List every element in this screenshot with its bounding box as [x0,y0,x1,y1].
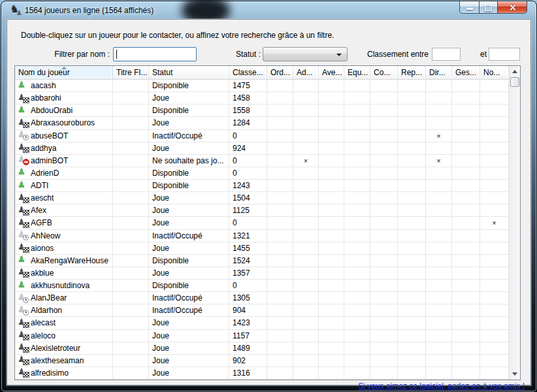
player-ges-mark-cell [452,367,480,379]
statut-dropdown[interactable] [263,47,348,61]
player-dir-mark-cell [426,330,452,342]
column-header-label: Ord... [270,68,290,77]
player-ave-mark-cell [319,355,344,367]
table-header: Nom du joueurTitre FI...StatutClasse...O… [15,66,509,80]
player-presence-icon-playing [17,318,27,328]
player-statut-cell: Inactif/Occupé [149,130,229,142]
player-row[interactable]: ADTIDisponible1243 [15,180,509,192]
player-statut-cell: Joue [149,355,229,367]
close-button[interactable] [498,1,527,14]
vertical-scrollbar[interactable] [509,66,520,380]
player-row[interactable]: AbdouOrabiDisponible1558 [15,105,509,117]
player-dir-mark-cell [426,117,452,129]
player-row[interactable]: AbraxasouroburosJoue1284 [15,117,509,129]
player-no-mark-cell [480,267,509,279]
player-ave-mark-cell [319,142,344,154]
player-row[interactable]: alecastJoue1423 [15,317,509,329]
player-row[interactable]: akblueJoue1357 [15,267,509,280]
player-equ-mark-cell [344,230,370,242]
player-row[interactable]: abuseBOTInactif/Occupé0× [15,130,509,142]
classement-min-input[interactable] [432,48,461,61]
player-row[interactable]: AGFBJoue0× [15,217,509,229]
player-row[interactable]: AhNeowInactif/Occupé1321 [15,230,509,242]
player-row[interactable]: adminBOTNe souhaite pas jo...0×× [15,155,509,167]
player-classement-cell: 1243 [229,180,267,191]
player-co-mark-cell [370,255,398,267]
share-link[interactable]: Si vous aimez ce logiciel, parlez-en à v… [358,382,525,391]
player-row[interactable]: AldarhonInactif/Occupé904 [15,304,509,317]
player-row[interactable]: alextheseamanJoue902 [15,355,509,367]
player-row[interactable]: aacashDisponible1475 [15,80,509,92]
player-rep-mark-cell [398,255,426,267]
player-row[interactable]: alelocoJoue1157 [15,330,509,342]
player-presence-icon-inactive [17,231,27,240]
player-no-mark-cell [480,280,509,291]
column-header-label: Co... [374,68,390,77]
column-header-no[interactable]: No... [480,66,509,79]
player-row[interactable]: AlanJBearInactif/Occupé1305 [15,292,509,304]
player-titre-cell [113,242,149,254]
chessboard-badge-icon [23,335,29,340]
scroll-down-button[interactable] [510,368,520,380]
player-row[interactable]: AlexisletroteurJoue1489 [15,342,509,355]
player-rows: aacashDisponible1475abbarohiJoue1458Abdo… [15,80,509,380]
column-header-ave[interactable]: Ave... [319,66,344,79]
column-header-statut[interactable]: Statut [149,66,229,79]
scrollbar-thumb[interactable] [510,77,519,87]
player-co-mark-cell [370,330,398,342]
column-header-nomdujoueur[interactable]: Nom du joueur [15,66,113,79]
title-bar[interactable]: ♞ ♟ 1564 joueurs en ligne (1564 affichés… [1,1,536,19]
player-ord-mark-cell [267,192,293,204]
player-presence-icon-inactive [17,306,27,316]
column-header-ad[interactable]: Ad... [293,66,319,79]
player-presence-icon-playing [17,343,27,353]
player-classement-cell: 1305 [229,292,267,304]
player-classement-cell: 1125 [229,204,267,216]
player-row[interactable]: AdrienDDisponible0 [15,167,509,180]
player-co-mark-cell [370,192,398,204]
minimize-button[interactable] [459,1,479,14]
player-no-mark-cell [480,304,509,316]
column-header-rep[interactable]: Rep... [398,66,426,79]
player-ad-mark-cell: × [293,155,319,167]
player-statut-cell: Joue [149,342,229,354]
player-row[interactable]: AfexJoue1125 [15,204,509,217]
filter-name-input[interactable] [113,47,197,61]
column-header-ges[interactable]: Ges... [452,66,480,79]
player-name: aescht [31,193,54,203]
scroll-up-button[interactable] [510,66,520,77]
column-header-titrefi[interactable]: Titre FI... [113,66,149,79]
player-no-mark-cell [480,117,509,129]
maximize-button[interactable] [479,1,498,14]
column-header-co[interactable]: Co... [370,66,398,79]
column-header-ord[interactable]: Ord... [267,66,293,79]
player-presence-icon-playing [17,355,27,365]
client-area: Double-cliquez sur un joueur pour le con… [7,19,531,385]
player-row[interactable]: addhyaJoue924 [15,142,509,155]
player-no-mark-cell [480,342,509,354]
player-row[interactable]: aionosJoue1455 [15,242,509,255]
player-row[interactable]: akkhusnutdinovaDisponible0 [15,280,509,292]
column-header-classe[interactable]: Classe... [229,66,267,79]
player-row[interactable]: abbarohiJoue1458 [15,92,509,105]
player-classement-cell: 1316 [229,367,267,379]
player-presence-icon-inactive [17,131,27,140]
player-row[interactable]: aeschtJoue1504 [15,192,509,204]
classement-max-input[interactable] [489,48,520,61]
column-header-label: Nom du joueur [18,68,70,77]
column-header-equ[interactable]: Equ... [344,66,370,79]
player-row[interactable]: alfredisimoJoue1316 [15,367,509,380]
player-co-mark-cell [370,180,398,191]
player-classement-cell: 0 [229,280,267,291]
player-ad-mark-cell [293,267,319,279]
player-titre-cell [113,342,149,354]
player-row[interactable]: AkaRengaWareHouseDisponible1524 [15,255,509,267]
column-header-dir[interactable]: Dir... [426,66,452,79]
player-ord-mark-cell [267,142,293,154]
player-ad-mark-cell [293,280,319,291]
column-header-label: No... [483,68,500,77]
player-ges-mark-cell [452,230,480,242]
player-statut-cell: Joue [149,367,229,379]
player-name: aionos [31,244,54,253]
player-classement-cell: 0 [229,167,267,179]
